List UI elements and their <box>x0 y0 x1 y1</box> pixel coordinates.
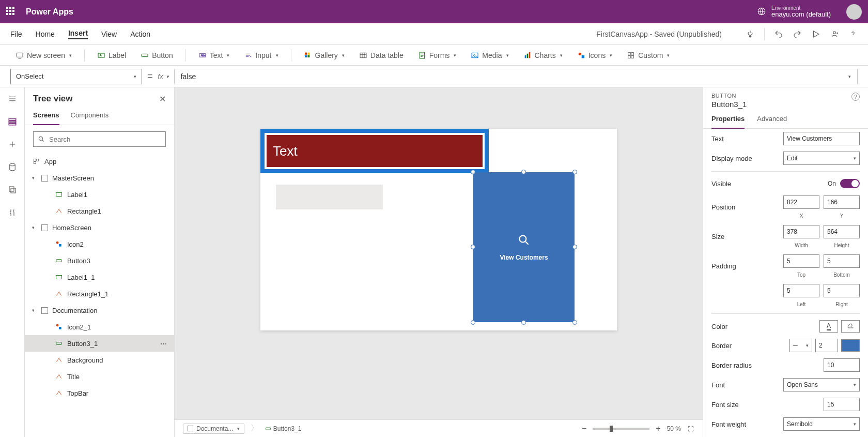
tree-item[interactable]: Label1_1 <box>25 269 174 285</box>
tree-item-selected[interactable]: Button3_1⋯ <box>25 335 174 352</box>
visible-toggle[interactable] <box>840 179 860 188</box>
tree-screen-documentation[interactable]: ▾Documentation <box>25 302 174 319</box>
data-icon[interactable] <box>7 162 18 172</box>
zoom-in-icon[interactable]: + <box>656 424 660 433</box>
border-width[interactable]: 2 <box>815 339 838 352</box>
prop-pad-left[interactable]: 5 <box>783 284 819 297</box>
insert-button-button[interactable]: Button <box>135 48 178 63</box>
zoom-slider[interactable] <box>593 428 649 430</box>
help-icon[interactable] <box>848 29 858 39</box>
prop-font-weight[interactable]: Semibold▾ <box>783 417 860 431</box>
tree-item[interactable]: Icon2_1 <box>25 319 174 335</box>
help-icon[interactable]: ? <box>851 93 860 101</box>
canvas-gray-rect[interactable] <box>276 185 383 209</box>
redo-icon[interactable] <box>793 29 802 39</box>
tab-properties[interactable]: Properties <box>711 111 745 129</box>
undo-icon[interactable] <box>774 29 783 39</box>
border-style[interactable]: ─▾ <box>789 339 812 352</box>
insert-custom-button[interactable]: Custom▾ <box>622 48 675 63</box>
tab-components[interactable]: Components <box>71 108 109 125</box>
add-icon[interactable] <box>7 139 18 149</box>
menu-home[interactable]: Home <box>36 30 55 38</box>
font-color-button[interactable]: A <box>819 320 838 333</box>
menu-action[interactable]: Action <box>130 30 150 38</box>
tab-screens[interactable]: Screens <box>33 108 59 125</box>
tree-search-input[interactable] <box>49 135 161 143</box>
menu-file[interactable]: File <box>10 30 22 38</box>
tree-view-icon[interactable] <box>7 116 18 127</box>
more-icon[interactable]: ⋯ <box>160 340 168 348</box>
media-rail-icon[interactable] <box>7 185 18 195</box>
insert-media-button[interactable]: Media▾ <box>466 48 514 63</box>
insert-text-button[interactable]: AbcText▾ <box>193 48 235 63</box>
fill-color-button[interactable] <box>841 320 860 333</box>
svg-rect-20 <box>628 52 631 55</box>
tree-search[interactable] <box>33 131 166 147</box>
app-checker-icon[interactable] <box>746 29 755 39</box>
zoom-out-icon[interactable]: − <box>582 424 586 433</box>
insert-icons-button[interactable]: Icons▾ <box>572 48 617 63</box>
tree-item[interactable]: Label1 <box>25 186 174 203</box>
tree-item[interactable]: Rectangle1 <box>25 203 174 219</box>
tools-icon[interactable] <box>7 207 18 218</box>
insert-label-button[interactable]: Label <box>92 48 131 63</box>
fit-icon[interactable] <box>687 425 694 432</box>
canvas-text-label[interactable]: Text <box>260 129 489 173</box>
prop-x[interactable]: 822 <box>783 195 819 209</box>
canvas-stage[interactable]: Text View Customers <box>175 87 703 419</box>
svg-rect-24 <box>9 119 16 120</box>
tree-screen-master[interactable]: ▾MasterScreen <box>25 170 174 186</box>
prop-height[interactable]: 564 <box>824 225 860 238</box>
tree-item[interactable]: Icon2 <box>25 236 174 252</box>
tree-app[interactable]: App <box>25 153 174 170</box>
prop-font-size[interactable]: 15 <box>824 398 860 411</box>
close-icon[interactable]: ✕ <box>159 94 166 104</box>
tree-item[interactable]: Title <box>25 368 174 385</box>
tree-item[interactable]: Button3 <box>25 252 174 269</box>
hamburger-icon[interactable] <box>7 94 18 104</box>
insert-charts-button[interactable]: Charts▾ <box>518 48 568 63</box>
prop-text[interactable]: View Customers <box>783 132 860 145</box>
checkbox-icon[interactable] <box>41 307 48 314</box>
svg-rect-19 <box>581 55 584 58</box>
canvas-view-customers-button[interactable]: View Customers <box>473 172 575 322</box>
app-launcher-icon[interactable] <box>6 7 17 17</box>
environment-picker[interactable]: Environment enayu.com (default) <box>757 5 831 18</box>
canvas-screen[interactable]: Text View Customers <box>260 129 617 330</box>
svg-rect-33 <box>34 162 36 164</box>
tab-advanced[interactable]: Advanced <box>757 111 787 128</box>
canvas-statusbar: Documenta...▾ 〉 Button3_1 − + 50 % <box>175 419 703 437</box>
user-avatar[interactable] <box>846 4 862 20</box>
svg-text:Abc: Abc <box>200 54 206 57</box>
prop-width[interactable]: 378 <box>783 225 819 238</box>
insert-forms-button[interactable]: Forms▾ <box>413 48 462 63</box>
tree-item[interactable]: TopBar <box>25 385 174 401</box>
property-selector[interactable]: OnSelect▾ <box>10 69 142 84</box>
play-icon[interactable] <box>811 29 820 39</box>
tree-screen-home[interactable]: ▾HomeScreen <box>25 219 174 236</box>
menu-insert[interactable]: Insert <box>68 29 88 39</box>
new-screen-button[interactable]: New screen▾ <box>10 48 77 63</box>
insert-input-button[interactable]: Input▾ <box>239 48 283 63</box>
insert-gallery-button[interactable]: Gallery▾ <box>299 48 350 63</box>
prop-y[interactable]: 166 <box>824 195 860 209</box>
formula-input[interactable]: false▾ <box>174 69 858 84</box>
share-icon[interactable] <box>830 29 839 39</box>
checkbox-icon[interactable] <box>41 224 48 231</box>
checkbox-icon[interactable] <box>41 175 48 182</box>
fx-label[interactable]: fx▾ <box>158 72 169 80</box>
insert-datatable-button[interactable]: Data table <box>354 48 409 63</box>
breadcrumb-item[interactable]: Button3_1 <box>265 425 301 432</box>
breadcrumb-screen[interactable]: Documenta...▾ <box>183 424 244 434</box>
tree-item[interactable]: Background <box>25 352 174 368</box>
prop-display-mode[interactable]: Edit▾ <box>783 152 860 165</box>
border-color[interactable] <box>841 339 860 352</box>
menu-view[interactable]: View <box>101 30 117 38</box>
prop-font[interactable]: Open Sans▾ <box>783 378 860 391</box>
svg-rect-31 <box>34 159 36 161</box>
prop-pad-bottom[interactable]: 5 <box>824 254 860 268</box>
prop-border-radius[interactable]: 10 <box>824 358 860 372</box>
prop-pad-top[interactable]: 5 <box>783 254 819 268</box>
prop-pad-right[interactable]: 5 <box>824 284 860 297</box>
tree-item[interactable]: Rectangle1_1 <box>25 285 174 302</box>
